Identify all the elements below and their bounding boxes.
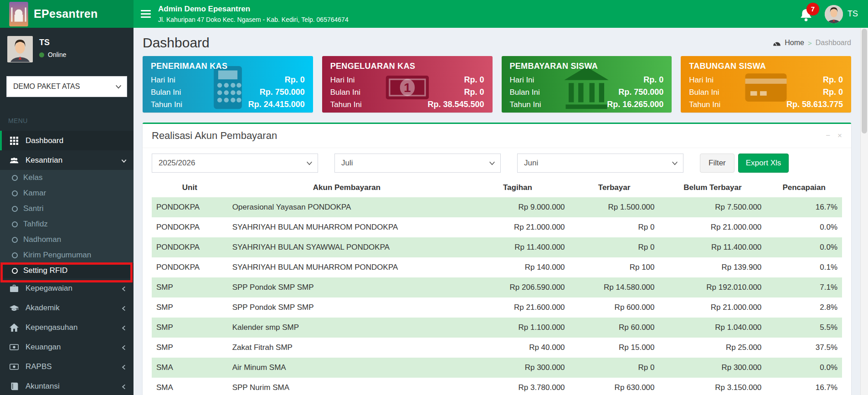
table-cell: SPP Nurim SMA	[228, 378, 466, 395]
submenu-item-santri[interactable]: Santri	[0, 201, 134, 216]
stat-card-row: Bulan IniRp. 750.000	[510, 86, 664, 98]
stat-row-label: Hari Ini	[151, 74, 175, 86]
filter-button[interactable]: Filter	[700, 154, 734, 173]
table-cell: Rp 0	[570, 217, 659, 237]
page-title: Dashboard	[143, 35, 210, 51]
sidebar-item-akuntansi[interactable]: Akuntansi	[0, 376, 134, 395]
table-cell: 0.1%	[766, 257, 842, 277]
stat-row-value: Rp. 750.000	[260, 86, 305, 98]
close-icon[interactable]: ×	[837, 131, 842, 140]
sidebar-item-dashboard[interactable]: Dashboard	[0, 131, 134, 150]
brand-name: EPesantren	[34, 7, 98, 21]
stat-row-value: Rp. 16.265.000	[607, 98, 663, 111]
stat-row-value: Rp. 58.613.775	[786, 98, 843, 111]
filter-row: 2025/2026 Juli Juni	[152, 154, 842, 173]
sidebar-item-kepegawaian[interactable]: Kepegawaian	[0, 278, 134, 298]
avatar	[7, 36, 33, 62]
sidebar-item-keuangan[interactable]: Keuangan	[0, 337, 134, 357]
submenu-item-setting-rfid[interactable]: Setting RFID	[0, 263, 134, 278]
minimize-icon[interactable]: −	[826, 131, 830, 140]
bell-icon	[800, 15, 812, 23]
stat-row-value: Rp. 0	[464, 74, 484, 86]
chevron-down-icon	[121, 157, 127, 164]
table-row: PONDOKPAOperasional Yayasan PONDOKPARp 9…	[152, 197, 842, 217]
stat-row-label: Hari Ini	[510, 74, 534, 86]
submenu-item-tahfidz[interactable]: Tahfidz	[0, 216, 134, 232]
column-header-terbayar: Terbayar	[570, 178, 659, 197]
submenu-item-kelas[interactable]: Kelas	[0, 170, 134, 185]
sidebar-user-name: TS	[39, 38, 66, 47]
table-cell: Rp 40.000	[466, 338, 569, 358]
submenu-item-kirim-pengumuman[interactable]: Kirim Pengumuman	[0, 247, 134, 263]
stat-card-title: PENGELUARAN KAS	[330, 62, 484, 71]
column-header-tagihan: Tagihan	[466, 178, 569, 197]
stat-card-title: PEMBAYARAN SISWA	[510, 62, 664, 71]
table-cell: Rp 11.400.000	[659, 237, 766, 257]
stat-row-value: Rp. 750.000	[618, 86, 663, 98]
brand-logo[interactable]: EPesantren	[0, 0, 134, 28]
stat-row-value: Rp. 0	[464, 86, 484, 98]
package-select[interactable]: DEMO PAKET ATAS	[6, 76, 127, 97]
column-header-unit: Unit	[152, 178, 228, 197]
month-from-select[interactable]: Juli	[334, 154, 501, 173]
table-cell: Rp 21.000.000	[659, 298, 766, 318]
table-cell: Rp 60.000	[570, 318, 659, 338]
submenu-item-kamar[interactable]: Kamar	[0, 185, 134, 201]
stat-row-value: Rp. 0	[285, 74, 305, 86]
table-cell: PONDOKPA	[152, 197, 228, 217]
top-navbar: EPesantren Admin Demo Epesantren Jl. Kah…	[0, 0, 868, 28]
table-cell: 0.0%	[766, 237, 842, 257]
month-from-value: Juli	[341, 159, 353, 168]
stat-card-title: TABUNGAN SISWA	[689, 62, 843, 71]
stat-card-tabungan-siswa: TABUNGAN SISWAHari IniRp. 0Bulan IniRp. …	[681, 56, 851, 113]
stat-card-row: Bulan IniRp. 0	[689, 86, 843, 98]
table-cell: Rp 25.000	[659, 338, 766, 358]
table-cell: SPP Pondok SMP SMP	[228, 277, 466, 298]
sidebar-item-akademik[interactable]: Akademik	[0, 298, 134, 318]
table-row: PONDOKPASYAHRIYAH BULAN MUHARROM PONDOKP…	[152, 257, 842, 277]
table-cell: Rp 300.000	[659, 358, 766, 378]
site-subtitle: Jl. Kahuripan 47 Doko Kec. Ngasem - Kab.…	[158, 15, 349, 25]
panel-title: Realisasi Akun Pembayaran	[152, 130, 277, 142]
circle-icon	[12, 237, 18, 243]
page-scrollbar[interactable]	[860, 28, 868, 395]
column-header-belum-terbayar: Belum Terbayar	[659, 178, 766, 197]
stat-row-label: Hari Ini	[330, 74, 355, 86]
sidebar-item-rapbs[interactable]: RAPBS	[0, 357, 134, 376]
notifications-button[interactable]: 7	[800, 6, 814, 22]
breadcrumb-home[interactable]: Home	[785, 39, 804, 47]
table-cell: SMP	[152, 318, 228, 338]
table-cell: Rp 139.900	[659, 257, 766, 277]
table-cell: Rp 3.150.000	[659, 378, 766, 395]
column-header-pencapaian: Pencapaian	[766, 178, 842, 197]
sidebar-item-label: RAPBS	[26, 362, 121, 371]
stat-row-label: Tahun Ini	[151, 98, 182, 111]
submenu-kesantrian: KelasKamarSantriTahfidzNadhomanKirim Pen…	[0, 170, 134, 278]
submenu-item-nadhoman[interactable]: Nadhoman	[0, 232, 134, 247]
stat-cards-row: PENERIMAAN KASHari IniRp. 0Bulan IniRp. …	[143, 56, 851, 113]
table-cell: 0.0%	[766, 217, 842, 237]
table-cell: SMA	[152, 358, 228, 378]
year-select[interactable]: 2025/2026	[152, 154, 318, 173]
sidebar-item-label: Kepengasuhan	[26, 323, 121, 332]
chevron-down-icon	[115, 83, 122, 90]
month-to-select[interactable]: Juni	[517, 154, 683, 173]
sidebar-user-status: Online	[39, 51, 66, 58]
stat-row-label: Hari Ini	[689, 74, 714, 86]
sidebar-toggle-icon[interactable]	[134, 0, 158, 28]
table-row: PONDOKPASYAHRIYAH BULAN SYAWWAL PONDOKPA…	[152, 237, 842, 257]
sidebar-item-kesantrian[interactable]: Kesantrian	[0, 150, 134, 170]
table-cell: Rp 1.500.000	[570, 197, 659, 217]
stat-row-label: Bulan Ini	[151, 86, 181, 98]
user-menu[interactable]: TS	[825, 5, 858, 23]
sidebar-item-label: Kepegawaian	[26, 284, 121, 293]
submenu-item-label: Tahfidz	[23, 220, 48, 229]
table-cell: Rp 21.000.000	[659, 217, 766, 237]
topbar-main: Admin Demo Epesantren Jl. Kahuripan 47 D…	[134, 0, 868, 28]
table-cell: Zakat Fitrah SMP	[228, 338, 466, 358]
money-icon	[8, 362, 20, 371]
scrollbar-thumb[interactable]	[862, 29, 867, 133]
export-xls-button[interactable]: Export Xls	[738, 154, 789, 173]
stat-row-value: Rp. 0	[823, 74, 843, 86]
sidebar-item-kepengasuhan[interactable]: Kepengasuhan	[0, 318, 134, 337]
